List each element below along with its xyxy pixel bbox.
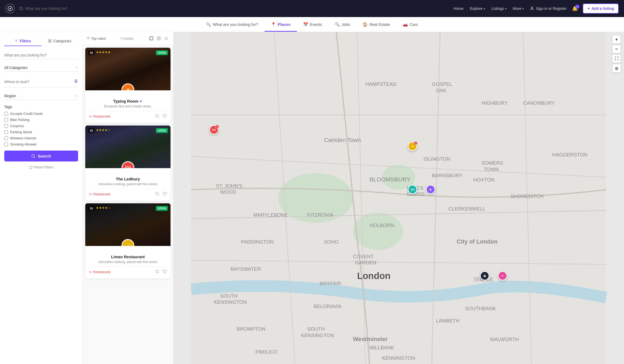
user-icon: [530, 6, 534, 11]
map-svg: Camden Town ST. JOHN'S WOOD MARYLEBONE P…: [173, 32, 624, 364]
fullscreen-button[interactable]: ⛶: [612, 54, 621, 63]
location-input[interactable]: [4, 78, 74, 86]
region-field: Region: [4, 92, 78, 100]
compact-view-toggle[interactable]: [163, 35, 169, 42]
zoom-in-button[interactable]: +: [612, 35, 621, 44]
categories-dropdown[interactable]: All Categories: [4, 64, 78, 72]
reset-filters-button[interactable]: Reset Filters: [4, 163, 78, 171]
card-image-2: $$ ★★★★☆ OPEN 🍽: [85, 126, 171, 168]
tab-jobs[interactable]: 🔍 Jobs: [329, 17, 356, 32]
search-action[interactable]: [155, 269, 159, 275]
pin-close-icon[interactable]: ✕: [414, 141, 418, 145]
svg-text:KENNINGTON: KENNINGTON: [382, 355, 415, 361]
map-pin-1[interactable]: 🍽 ✕: [209, 125, 219, 135]
nav-more[interactable]: More ▾: [510, 5, 526, 12]
header-search[interactable]: [19, 6, 99, 11]
sort-icon: [86, 37, 90, 40]
nav-explore[interactable]: Explore ▾: [467, 5, 488, 12]
svg-rect-9: [50, 40, 51, 41]
tag-checkbox-coupons[interactable]: [4, 124, 8, 128]
location-icon[interactable]: [74, 79, 78, 84]
locate-button[interactable]: ◎: [612, 64, 621, 72]
search-icon: [31, 154, 35, 158]
list-view-toggle[interactable]: [148, 35, 155, 42]
map-container[interactable]: Camden Town ST. JOHN'S WOOD MARYLEBONE P…: [173, 32, 624, 364]
search-field: [4, 51, 78, 59]
grid-view-toggle[interactable]: [156, 35, 162, 42]
svg-line-29: [158, 195, 159, 195]
tab-real-estate[interactable]: 🏠 Real Estate: [356, 17, 396, 32]
svg-text:OAK: OAK: [436, 88, 447, 93]
listings-panel: Top rated 7 results: [83, 32, 173, 364]
notification-badge: 1: [575, 5, 580, 9]
verified-icon: ✔: [139, 99, 143, 103]
tag-parking-street: Parking Street: [4, 130, 78, 134]
svg-text:SOUTH: SOUTH: [307, 326, 325, 332]
svg-text:SOUTH: SOUTH: [220, 293, 237, 299]
tab-search[interactable]: 🔍 What are you looking for?: [200, 17, 265, 32]
tag-checkbox-parking-street[interactable]: [4, 130, 8, 134]
zoom-out-button[interactable]: −: [612, 45, 621, 53]
tab-jobs-label: Jobs: [342, 22, 350, 27]
svg-line-14: [34, 157, 35, 158]
tab-events[interactable]: 📅 Events: [297, 17, 329, 32]
logo-icon[interactable]: [5, 4, 15, 13]
search-action[interactable]: [155, 192, 159, 197]
svg-point-30: [156, 270, 159, 273]
svg-text:SOMERS: SOMERS: [482, 160, 503, 166]
listing-card-3[interactable]: $$ ★★★★☆ OPEN 🍴 Liman Restaurant Innovat…: [85, 203, 171, 278]
svg-point-4: [532, 7, 533, 8]
sidebar-tab-filters[interactable]: Filters: [4, 36, 41, 46]
svg-line-3: [22, 9, 23, 10]
tag-label: Bike Parking: [10, 118, 30, 122]
main-nav: Home Explore ▾ Listings ▾ More ▾ Sign in…: [451, 3, 619, 14]
listings-header: Top rated 7 results: [83, 32, 173, 45]
sidebar-tab-categories[interactable]: Categories: [41, 36, 78, 46]
listing-card-1[interactable]: $$ ★★★★★ OPEN ◈ Typing Room ✔ European f…: [85, 48, 171, 123]
region-dropdown[interactable]: Region: [4, 92, 78, 100]
svg-text:BAYSWATER: BAYSWATER: [230, 266, 261, 272]
listing-card-2[interactable]: $$ ★★★★☆ OPEN 🍽 The Ledbury Innovative c…: [85, 126, 171, 201]
svg-text:COVENT: COVENT: [353, 254, 374, 259]
svg-text:PIMILICO: PIMILICO: [256, 349, 277, 355]
nav-home[interactable]: Home: [451, 5, 466, 12]
card-avatar-1: ◈: [121, 83, 134, 90]
svg-text:MARYLEBONE: MARYLEBONE: [253, 212, 288, 218]
svg-text:ST. JOHN'S: ST. JOHN'S: [216, 183, 242, 189]
search-action[interactable]: [155, 114, 159, 119]
tag-label: Smoking Allowed: [10, 142, 37, 146]
header-search-input[interactable]: [25, 6, 99, 11]
map-pin-3[interactable]: 🍽: [408, 185, 417, 194]
sort-dropdown[interactable]: Top rated: [86, 37, 106, 41]
chevron-down-icon: ▾: [505, 7, 507, 10]
card-body-1: Typing Room ✔ European fare and notable …: [85, 90, 171, 123]
map-pin-5[interactable]: ◉: [480, 271, 489, 281]
map-pin-4[interactable]: ◈: [426, 185, 435, 194]
card-body-3: Liman Restaurant Innovative cooking, pai…: [85, 246, 171, 278]
tab-cars[interactable]: 🚗 Cars: [396, 17, 424, 32]
tag-checkbox-wireless-internet[interactable]: [4, 136, 8, 140]
tag-checkbox-smoking-allowed[interactable]: [4, 143, 8, 146]
add-listing-button[interactable]: + Add a listing: [583, 3, 619, 14]
map-pin-2[interactable]: ✕ ✕: [408, 141, 417, 151]
favorite-action[interactable]: [163, 114, 167, 119]
svg-text:SOHO: SOHO: [324, 239, 339, 245]
favorite-action[interactable]: [163, 269, 167, 275]
card-title-2: The Ledbury: [89, 177, 167, 181]
nav-listings[interactable]: Listings ▾: [489, 5, 509, 12]
tab-places-label: Places: [278, 22, 290, 27]
svg-text:City of London: City of London: [457, 238, 498, 245]
chevron-down-icon: ▾: [484, 7, 485, 10]
notification-bell[interactable]: 🔔 1: [570, 6, 580, 11]
svg-text:HOLBORN: HOLBORN: [370, 223, 394, 228]
tab-places[interactable]: 📍 Places: [265, 17, 297, 32]
tag-checkbox-bike-parking[interactable]: [4, 118, 8, 122]
search-button[interactable]: Search: [4, 151, 78, 161]
sidebar-search-input[interactable]: [4, 51, 78, 59]
open-badge: OPEN: [156, 50, 168, 55]
sign-in-button[interactable]: Sign in or Register: [527, 5, 569, 12]
favorite-action[interactable]: [163, 192, 167, 197]
tab-cars-label: Cars: [410, 22, 418, 27]
tag-label: Parking Street: [10, 130, 32, 134]
tag-checkbox-credit-cards[interactable]: [4, 112, 8, 116]
